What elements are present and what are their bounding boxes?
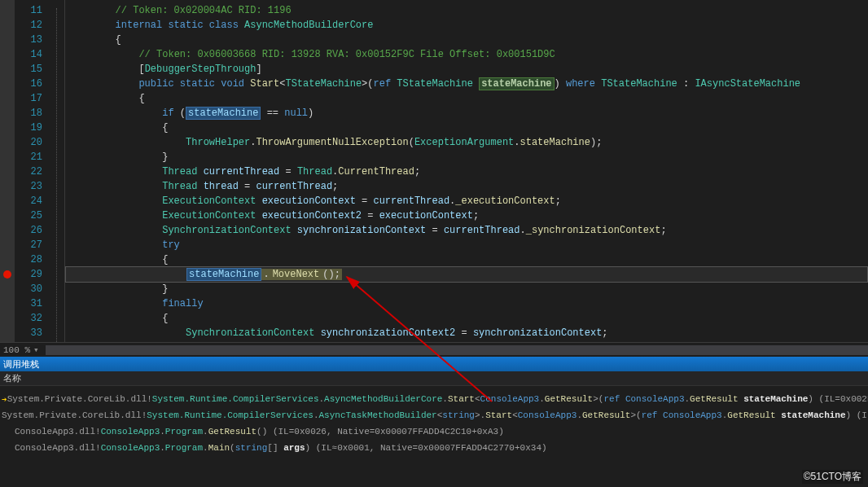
line-number: 29 xyxy=(15,267,42,282)
line-number: 33 xyxy=(15,326,42,340)
code-line[interactable]: try xyxy=(65,238,868,252)
line-number: 24 xyxy=(15,194,42,208)
line-number: 31 xyxy=(15,296,42,311)
callstack-frame[interactable]: ConsoleApp3.dll!ConsoleApp3.Program.GetR… xyxy=(0,423,868,440)
code-line[interactable]: } xyxy=(65,282,868,296)
line-number: 23 xyxy=(15,179,42,194)
breakpoint-icon[interactable] xyxy=(3,270,11,279)
fold-gutter[interactable] xyxy=(50,0,65,342)
line-number: 32 xyxy=(15,311,42,326)
breakpoint-gutter[interactable] xyxy=(0,0,15,342)
line-number: 28 xyxy=(15,252,42,267)
zoom-dropdown-icon[interactable]: ▾ xyxy=(33,344,39,355)
line-number: 12 xyxy=(15,18,42,33)
code-line[interactable]: // Token: 0x06003668 RID: 13928 RVA: 0x0… xyxy=(65,47,868,62)
line-number: 20 xyxy=(15,135,42,150)
current-frame-icon: ➔ xyxy=(2,394,7,405)
callstack-frame[interactable]: ➔System.Private.CoreLib.dll!System.Runti… xyxy=(0,391,868,407)
line-number: 27 xyxy=(15,238,42,252)
code-line[interactable]: stateMachine.MoveNext(); xyxy=(65,266,868,283)
callstack-panel-title[interactable]: 调用堆栈 xyxy=(0,357,868,371)
horizontal-scrollbar[interactable] xyxy=(46,345,868,355)
callstack-frame-text: System.Private.CoreLib.dll!System.Runtim… xyxy=(2,410,868,420)
code-line[interactable]: finally xyxy=(65,296,868,311)
code-line[interactable]: } xyxy=(65,150,868,165)
code-line[interactable]: { xyxy=(65,311,868,326)
code-line[interactable]: { xyxy=(65,121,868,135)
callstack-column-header[interactable]: 名称 xyxy=(0,371,868,386)
line-number: 18 xyxy=(15,106,42,121)
line-number: 14 xyxy=(15,47,42,62)
code-line[interactable]: // Token: 0x020004AC RID: 1196 xyxy=(65,3,868,18)
code-line[interactable]: if (stateMachine == null) xyxy=(65,106,868,121)
line-number: 16 xyxy=(15,77,42,91)
code-line[interactable]: { xyxy=(65,252,868,267)
code-line[interactable]: ExecutionContext executionContext = curr… xyxy=(65,194,868,208)
line-number: 13 xyxy=(15,33,42,47)
code-line[interactable]: { xyxy=(65,91,868,106)
line-number: 19 xyxy=(15,121,42,135)
callstack-frame-text: ConsoleApp3.dll!ConsoleApp3.Program.Main… xyxy=(15,443,547,453)
callstack-frame[interactable]: ConsoleApp3.dll!ConsoleApp3.Program.Main… xyxy=(0,440,868,456)
line-number: 26 xyxy=(15,223,42,238)
line-number: 22 xyxy=(15,165,42,179)
callstack-frame-text: System.Private.CoreLib.dll!System.Runtim… xyxy=(7,394,868,404)
line-number: 15 xyxy=(15,62,42,77)
code-line[interactable]: Thread currentThread = Thread.CurrentThr… xyxy=(65,165,868,179)
code-line[interactable]: { xyxy=(65,33,868,47)
callstack-frame[interactable]: System.Private.CoreLib.dll!System.Runtim… xyxy=(0,407,868,423)
line-number: 30 xyxy=(15,282,42,296)
callstack-list[interactable]: ➔System.Private.CoreLib.dll!System.Runti… xyxy=(0,386,868,485)
code-editor[interactable]: 1112131415161718192021222324252627282930… xyxy=(0,0,868,342)
code-line[interactable]: Thread thread = currentThread; xyxy=(65,179,868,194)
watermark: ©51CTO博客 xyxy=(802,470,863,484)
callstack-frame-text: ConsoleApp3.dll!ConsoleApp3.Program.GetR… xyxy=(15,427,504,437)
code-line[interactable]: SynchronizationContext synchronizationCo… xyxy=(65,223,868,238)
zoom-bar: 100 % ▾ xyxy=(0,342,868,357)
line-number: 21 xyxy=(15,150,42,165)
line-number-gutter: 1112131415161718192021222324252627282930… xyxy=(15,0,50,342)
code-line[interactable]: SynchronizationContext synchronizationCo… xyxy=(65,326,868,340)
line-number: 17 xyxy=(15,91,42,106)
code-line[interactable]: ThrowHelper.ThrowArgumentNullException(E… xyxy=(65,135,868,150)
line-number: 11 xyxy=(15,3,42,18)
code-line[interactable]: internal static class AsyncMethodBuilder… xyxy=(65,18,868,33)
zoom-label[interactable]: 100 % xyxy=(3,345,30,355)
line-number: 25 xyxy=(15,208,42,223)
code-line[interactable]: public static void Start<TStateMachine>(… xyxy=(65,77,868,91)
code-line[interactable]: [DebuggerStepThrough] xyxy=(65,62,868,77)
code-area[interactable]: // Token: 0x020004AC RID: 1196 internal … xyxy=(65,0,868,342)
code-line[interactable]: ExecutionContext executionContext2 = exe… xyxy=(65,208,868,223)
